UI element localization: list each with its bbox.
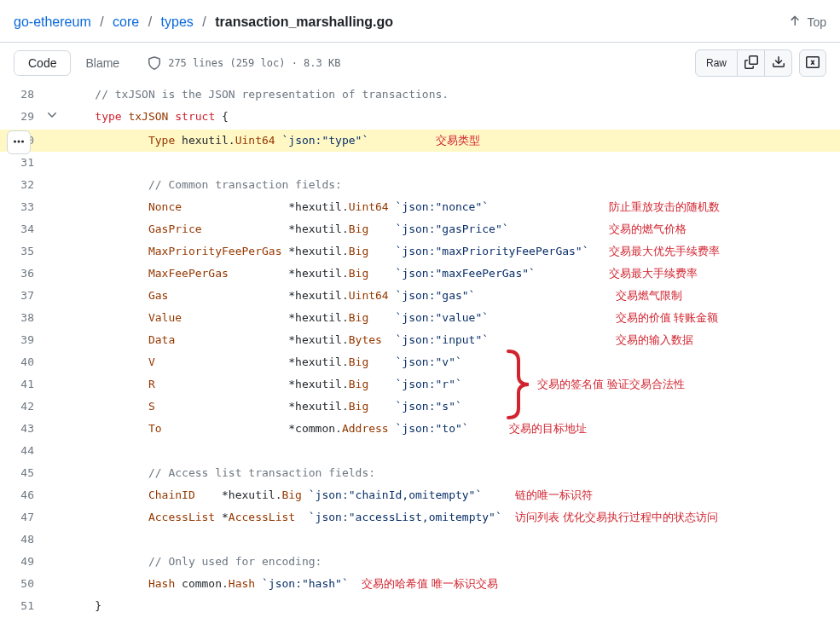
code-line: 43 To *common.Address `json:"to"` 交易的目标地… <box>0 418 840 440</box>
line-number[interactable]: 49 <box>0 551 43 573</box>
line-number[interactable]: 48 <box>0 529 43 551</box>
code-content[interactable]: Hash common.Hash `json:"hash"` 交易的哈希值 唯一… <box>61 573 840 595</box>
annotation: 交易的哈希值 唯一标识交易 <box>362 577 498 590</box>
separator: / <box>143 14 157 29</box>
code-line: 30 Type hexutil.Uint64 `json:"type"` 交易类… <box>0 130 840 152</box>
code-line: 34 GasPrice *hexutil.Big `json:"gasPrice… <box>0 218 840 240</box>
fold-gutter <box>43 130 61 152</box>
annotation: 交易燃气限制 <box>616 289 682 302</box>
top-label: Top <box>807 15 826 29</box>
line-number[interactable]: 34 <box>0 218 43 240</box>
line-number[interactable]: 35 <box>0 240 43 263</box>
fold-gutter <box>43 174 61 196</box>
code-line: 45 // Access list transaction fields: <box>0 462 840 484</box>
line-number[interactable]: 31 <box>0 152 43 174</box>
code-content[interactable]: Gas *hexutil.Uint64 `json:"gas"` 交易燃气限制 <box>61 285 840 307</box>
line-number[interactable]: 28 <box>0 84 43 106</box>
code-content[interactable]: ChainID *hexutil.Big `json:"chainId,omit… <box>61 484 840 506</box>
code-content[interactable]: Type hexutil.Uint64 `json:"type"` 交易类型 <box>61 130 840 152</box>
code-content[interactable] <box>61 152 840 174</box>
fold-gutter[interactable] <box>43 106 61 130</box>
code-line: 50 Hash common.Hash `json:"hash"` 交易的哈希值… <box>0 573 840 595</box>
code-content[interactable]: R *hexutil.Big `json:"r"` <box>61 373 840 396</box>
fold-gutter <box>43 307 61 329</box>
annotation: 交易的燃气价格 <box>609 222 686 235</box>
line-number[interactable]: 32 <box>0 174 43 196</box>
code-content[interactable]: // txJSON is the JSON representation of … <box>61 84 840 106</box>
code-content[interactable]: // Only used for encoding: <box>61 551 840 573</box>
line-number[interactable]: 43 <box>0 418 43 440</box>
annotation: 防止重放攻击的随机数 <box>609 200 720 213</box>
tab-code[interactable]: Code <box>14 50 71 76</box>
line-number[interactable]: 37 <box>0 285 43 307</box>
code-content[interactable] <box>61 529 840 551</box>
file-meta-text: 275 lines (259 loc) · 8.3 KB <box>168 57 340 69</box>
code-content[interactable]: GasPrice *hexutil.Big `json:"gasPrice"` … <box>61 218 840 240</box>
code-symbols-icon <box>806 55 820 72</box>
kebab-horizontal-icon <box>12 135 26 151</box>
code-content[interactable]: Data *hexutil.Bytes `json:"input"` 交易的输入… <box>61 329 840 351</box>
line-number[interactable]: 41 <box>0 373 43 396</box>
line-number[interactable]: 39 <box>0 329 43 351</box>
code-content[interactable]: } <box>61 595 840 617</box>
line-number[interactable]: 51 <box>0 595 43 617</box>
line-number[interactable]: 38 <box>0 307 43 329</box>
annotation: 交易的输入数据 <box>616 333 693 346</box>
code-line: 41 R *hexutil.Big `json:"r"` <box>0 373 840 396</box>
tab-blame[interactable]: Blame <box>71 50 134 76</box>
breadcrumb-link[interactable]: types <box>161 14 194 29</box>
separator: / <box>95 14 108 29</box>
download-button[interactable] <box>765 49 792 77</box>
breadcrumb: go-ethereum / core / types / transaction… <box>14 14 393 30</box>
annotation: 访问列表 优化交易执行过程中的状态访问 <box>515 511 718 523</box>
fold-gutter <box>43 285 61 307</box>
code-content[interactable]: S *hexutil.Big `json:"s"` <box>61 396 840 418</box>
raw-button[interactable]: Raw <box>695 49 738 77</box>
line-number[interactable]: 36 <box>0 263 43 285</box>
code-content[interactable]: Nonce *hexutil.Uint64 `json:"nonce"` 防止重… <box>61 196 840 218</box>
file-meta: 275 lines (259 loc) · 8.3 KB <box>148 56 340 70</box>
code-content[interactable]: type txJSON struct { <box>61 106 840 130</box>
line-number[interactable]: 29 <box>0 106 43 130</box>
code-content[interactable]: // Common transaction fields: <box>61 174 840 196</box>
line-number[interactable]: 50 <box>0 573 43 595</box>
code-content[interactable]: To *common.Address `json:"to"` 交易的目标地址 <box>61 418 840 440</box>
symbols-button[interactable] <box>799 49 826 77</box>
code-line: 31 <box>0 152 840 174</box>
line-number[interactable]: 33 <box>0 196 43 218</box>
code-line: 39 Data *hexutil.Bytes `json:"input"` 交易… <box>0 329 840 351</box>
code-content[interactable]: Value *hexutil.Big `json:"value"` 交易的价值 … <box>61 307 840 329</box>
code-content[interactable]: V *hexutil.Big `json:"v"` <box>61 351 840 373</box>
line-number[interactable]: 46 <box>0 484 43 506</box>
code-content[interactable]: MaxFeePerGas *hexutil.Big `json:"maxFeeP… <box>61 263 840 285</box>
code-line: 36 MaxFeePerGas *hexutil.Big `json:"maxF… <box>0 263 840 285</box>
code-area: 28 // txJSON is the JSON representation … <box>0 84 840 617</box>
separator: / <box>197 14 211 29</box>
code-content[interactable]: AccessList *AccessList `json:"accessList… <box>61 506 840 529</box>
code-content[interactable]: MaxPriorityFeePerGas *hexutil.Big `json:… <box>61 240 840 263</box>
line-number[interactable]: 45 <box>0 462 43 484</box>
line-number[interactable]: 40 <box>0 351 43 373</box>
annotation: 交易的价值 转账金额 <box>616 311 719 324</box>
code-line: 44 <box>0 440 840 462</box>
line-number[interactable]: 44 <box>0 440 43 462</box>
more-actions-button[interactable] <box>7 130 31 154</box>
fold-gutter <box>43 152 61 174</box>
code-line: 37 Gas *hexutil.Uint64 `json:"gas"` 交易燃气… <box>0 285 840 307</box>
shield-icon[interactable] <box>148 56 161 70</box>
line-number[interactable]: 47 <box>0 506 43 529</box>
breadcrumb-link[interactable]: go-ethereum <box>14 14 91 29</box>
copy-icon <box>744 55 758 72</box>
line-number[interactable]: 42 <box>0 396 43 418</box>
code-content[interactable] <box>61 440 840 462</box>
code-table: 28 // txJSON is the JSON representation … <box>0 84 840 617</box>
fold-gutter <box>43 573 61 595</box>
breadcrumb-link[interactable]: core <box>113 14 139 29</box>
fold-gutter <box>43 373 61 396</box>
code-line: 46 ChainID *hexutil.Big `json:"chainId,o… <box>0 484 840 506</box>
copy-button[interactable] <box>738 49 765 77</box>
code-line: 48 <box>0 529 840 551</box>
top-link[interactable]: Top <box>788 14 826 30</box>
fold-gutter <box>43 263 61 285</box>
code-content[interactable]: // Access list transaction fields: <box>61 462 840 484</box>
